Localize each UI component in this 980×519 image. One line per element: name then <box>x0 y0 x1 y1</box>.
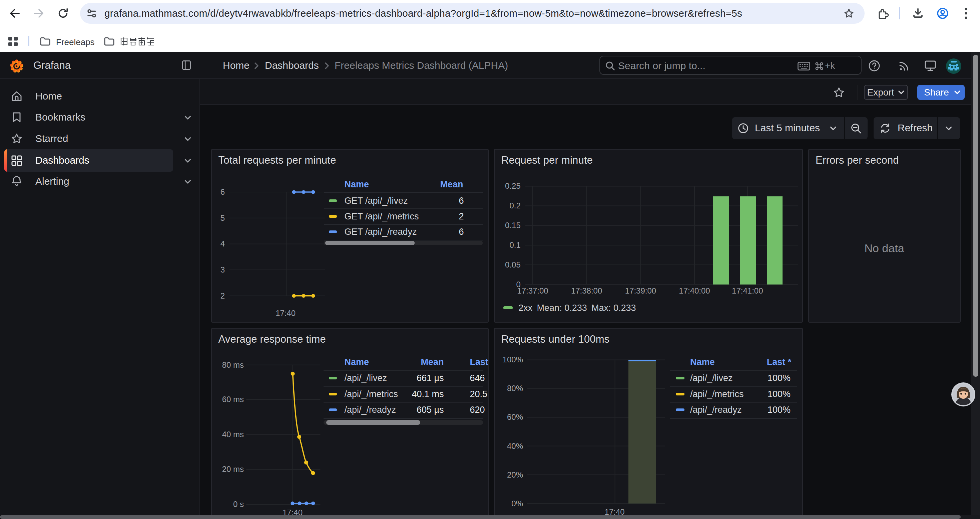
svg-text:17:37:00: 17:37:00 <box>517 286 548 295</box>
svg-text:4: 4 <box>220 239 224 248</box>
svg-text:17:40:00: 17:40:00 <box>679 286 710 295</box>
svg-text:20%: 20% <box>507 470 523 479</box>
svg-text:2: 2 <box>220 291 224 300</box>
svg-text:17:39:00: 17:39:00 <box>625 286 656 295</box>
svg-text:17:38:00: 17:38:00 <box>571 286 602 295</box>
svg-text:0.2: 0.2 <box>509 201 520 210</box>
svg-text:80%: 80% <box>507 384 523 393</box>
svg-text:0.15: 0.15 <box>505 221 521 230</box>
svg-text:0.1: 0.1 <box>509 241 520 249</box>
svg-text:0%: 0% <box>511 499 523 508</box>
svg-text:3: 3 <box>220 265 224 274</box>
svg-text:17:41:00: 17:41:00 <box>732 286 763 295</box>
svg-text:80 ms: 80 ms <box>222 360 243 369</box>
svg-text:0.25: 0.25 <box>505 181 521 190</box>
svg-text:0.05: 0.05 <box>505 260 521 269</box>
svg-text:20 ms: 20 ms <box>222 465 243 474</box>
svg-text:5: 5 <box>220 213 224 222</box>
svg-text:100%: 100% <box>503 355 523 364</box>
svg-text:60%: 60% <box>507 412 523 422</box>
svg-text:40%: 40% <box>507 442 523 450</box>
svg-text:6: 6 <box>220 187 224 196</box>
svg-text:60 ms: 60 ms <box>222 395 243 404</box>
svg-text:0 s: 0 s <box>233 500 243 509</box>
svg-text:40 ms: 40 ms <box>222 430 243 439</box>
svg-text:17:40: 17:40 <box>275 308 296 318</box>
